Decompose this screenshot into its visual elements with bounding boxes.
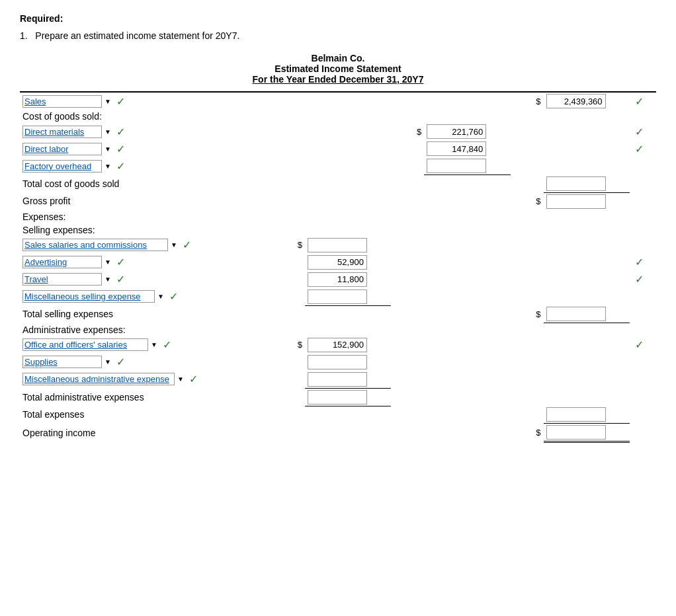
- sales-salaries-input[interactable]: [308, 238, 367, 252]
- operating-income-dollar: $: [536, 428, 540, 438]
- admin-expenses-label: Administrative expenses:: [22, 325, 126, 335]
- office-salaries-row: Office and officers' salaries ▼ ✓ $ ✓: [20, 336, 656, 354]
- sup-check: ✓: [116, 356, 125, 368]
- total-selling-row: Total selling expenses $: [20, 305, 656, 323]
- sup-dropdown-arrow: ▼: [105, 358, 111, 366]
- required-heading: Required:: [20, 13, 656, 24]
- gross-profit-input[interactable]: [546, 194, 606, 209]
- direct-labor-input[interactable]: [427, 141, 486, 156]
- sales-value-check: ✓: [635, 96, 644, 107]
- direct-materials-row: Direct materials ▼ ✓ $ ✓: [20, 123, 656, 140]
- total-selling-label: Total selling expenses: [22, 309, 113, 319]
- cogs-header-row: Cost of goods sold:: [20, 110, 656, 123]
- sales-check: ✓: [116, 95, 125, 108]
- office-salaries-dropdown[interactable]: Office and officers' salaries: [22, 338, 148, 351]
- fo-dropdown-arrow: ▼: [105, 163, 111, 170]
- total-selling-dollar: $: [536, 309, 540, 319]
- total-cogs-row: Total cost of goods sold: [20, 175, 656, 193]
- ss-check: ✓: [183, 239, 191, 251]
- sales-salaries-row: Sales salaries and commissions ▼ ✓ $: [20, 237, 656, 254]
- ma-check: ✓: [189, 373, 198, 385]
- instruction-number: 1.: [20, 30, 28, 41]
- expenses-header-row: Expenses:: [20, 210, 656, 223]
- operating-income-row: Operating income $: [20, 424, 656, 442]
- report-header: Belmain Co. Estimated Income Statement F…: [20, 53, 656, 85]
- sales-dropdown[interactable]: Sales: [22, 95, 102, 108]
- travel-input[interactable]: [308, 272, 367, 287]
- fo-check: ✓: [116, 160, 125, 173]
- supplies-input[interactable]: [308, 355, 367, 369]
- adv-check: ✓: [116, 256, 125, 268]
- operating-income-input[interactable]: [546, 425, 606, 440]
- office-salaries-input[interactable]: [308, 338, 367, 352]
- sales-row: Sales ▼ ✓ $ ✓: [20, 93, 656, 110]
- direct-materials-input[interactable]: [427, 124, 486, 139]
- misc-admin-row: Miscellaneous administrative expense ▼ ✓: [20, 371, 656, 389]
- instruction-text: Prepare an estimated income statement fo…: [35, 30, 239, 41]
- dl-dropdown-arrow: ▼: [105, 145, 111, 153]
- selling-expenses-label: Selling expenses:: [22, 225, 95, 235]
- advertising-row: Advertising ▼ ✓ ✓: [20, 254, 656, 271]
- expenses-label: Expenses:: [22, 212, 65, 222]
- total-expenses-row: Total expenses: [20, 406, 656, 424]
- travel-dropdown[interactable]: Travel: [22, 273, 102, 286]
- misc-admin-dropdown[interactable]: Miscellaneous administrative expense: [22, 373, 175, 385]
- dm-dollar: $: [417, 127, 421, 137]
- os-check: ✓: [163, 338, 171, 351]
- dl-value-check: ✓: [635, 143, 644, 155]
- ss-dropdown-arrow: ▼: [171, 241, 177, 249]
- operating-income-label: Operating income: [22, 428, 96, 438]
- total-expenses-label: Total expenses: [22, 409, 84, 420]
- advertising-dropdown[interactable]: Advertising: [22, 256, 102, 268]
- instruction: 1. Prepare an estimated income statement…: [20, 30, 656, 41]
- ms-check: ✓: [169, 290, 178, 303]
- factory-overhead-dropdown[interactable]: Factory overhead: [22, 160, 102, 173]
- os-value-check: ✓: [635, 339, 644, 350]
- ss-dollar: $: [298, 240, 302, 250]
- direct-labor-row: Direct labor ▼ ✓ ✓: [20, 140, 656, 157]
- supplies-row: Supplies ▼ ✓: [20, 354, 656, 371]
- misc-admin-input[interactable]: [308, 372, 367, 387]
- adv-dropdown-arrow: ▼: [105, 258, 111, 266]
- travel-value-check: ✓: [635, 274, 644, 285]
- factory-overhead-input[interactable]: [427, 159, 486, 173]
- misc-selling-input[interactable]: [308, 289, 367, 304]
- factory-overhead-row: Factory overhead ▼ ✓: [20, 157, 656, 175]
- direct-labor-dropdown[interactable]: Direct labor: [22, 143, 102, 155]
- gross-profit-label: Gross profit: [22, 196, 70, 206]
- os-dollar: $: [298, 340, 302, 350]
- direct-materials-dropdown[interactable]: Direct materials: [22, 126, 102, 138]
- report-title1: Estimated Income Statement: [20, 63, 656, 74]
- travel-row: Travel ▼ ✓ ✓: [20, 271, 656, 288]
- supplies-dropdown[interactable]: Supplies: [22, 356, 102, 368]
- ma-dropdown-arrow: ▼: [177, 375, 184, 383]
- misc-selling-dropdown[interactable]: Miscellaneous selling expense: [22, 290, 155, 303]
- gross-profit-row: Gross profit $: [20, 192, 656, 210]
- sales-salaries-dropdown[interactable]: Sales salaries and commissions: [22, 239, 168, 251]
- sales-dropdown-arrow: ▼: [105, 98, 111, 105]
- cogs-label: Cost of goods sold:: [22, 111, 102, 122]
- total-cogs-input[interactable]: [546, 176, 606, 191]
- selling-expenses-header-row: Selling expenses:: [20, 223, 656, 237]
- dl-check: ✓: [116, 143, 125, 155]
- sales-value-input[interactable]: [546, 94, 606, 108]
- admin-expenses-header-row: Administrative expenses:: [20, 323, 656, 336]
- travel-check: ✓: [116, 273, 125, 286]
- total-admin-input[interactable]: [308, 390, 367, 404]
- total-cogs-label: Total cost of goods sold: [22, 178, 119, 189]
- ms-dropdown-arrow: ▼: [157, 293, 164, 300]
- total-admin-label: Total administrative expenses: [22, 392, 144, 403]
- misc-selling-row: Miscellaneous selling expense ▼ ✓: [20, 288, 656, 306]
- total-selling-input[interactable]: [546, 307, 606, 321]
- company-name: Belmain Co.: [20, 53, 656, 63]
- dm-dropdown-arrow: ▼: [105, 128, 111, 135]
- os-dropdown-arrow: ▼: [151, 341, 157, 348]
- dm-check: ✓: [116, 126, 125, 138]
- adv-value-check: ✓: [635, 256, 644, 268]
- total-expenses-input[interactable]: [546, 407, 606, 422]
- income-statement-table: Sales ▼ ✓ $ ✓: [20, 93, 656, 443]
- dm-value-check: ✓: [635, 126, 644, 137]
- advertising-input[interactable]: [308, 255, 367, 270]
- total-admin-row: Total administrative expenses: [20, 388, 656, 406]
- travel-dropdown-arrow: ▼: [105, 276, 111, 283]
